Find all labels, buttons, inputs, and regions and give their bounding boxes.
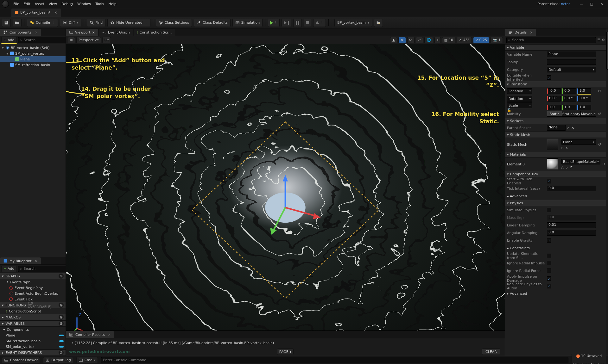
window-minimize-icon[interactable]: —: [577, 1, 586, 7]
update-kinematic-checkbox[interactable]: [547, 254, 551, 258]
play-button[interactable]: ⋮: [268, 19, 280, 27]
scale-mode-select[interactable]: Scale▾: [507, 102, 532, 108]
linear-damping-input[interactable]: 0.01: [547, 222, 596, 228]
close-icon[interactable]: ×: [35, 30, 38, 34]
add-icon[interactable]: ⊕: [59, 315, 64, 320]
section-variables[interactable]: ▾VARIABLES⊕: [0, 320, 66, 327]
replicate-physics-checkbox[interactable]: [547, 284, 551, 288]
details-scrollbar[interactable]: [606, 28, 608, 356]
select-mode-button[interactable]: ▲: [390, 37, 397, 43]
mobility-selector[interactable]: Static Stationary Movable: [547, 111, 596, 117]
perspective-button[interactable]: Perspective: [76, 37, 101, 43]
pause-button[interactable]: [293, 19, 302, 27]
add-icon[interactable]: ⊕: [59, 350, 64, 355]
frame-advance-button[interactable]: [304, 19, 311, 27]
parent-class-link[interactable]: Actor: [561, 2, 570, 6]
scale-mode-button[interactable]: ⤢: [416, 37, 423, 43]
component-row-polar-vortex[interactable]: ▾SM_polar_vortex: [0, 51, 66, 56]
debug-object-selector[interactable]: BP_vortex_basin▾: [334, 19, 372, 27]
ignore-radial-impulse-checkbox[interactable]: [547, 261, 551, 265]
close-icon[interactable]: ×: [35, 259, 38, 263]
category-select[interactable]: Default▾: [547, 67, 596, 72]
tab-viewport[interactable]: Viewport×: [66, 29, 98, 36]
graph-eventgraph[interactable]: ∷EventGraph: [0, 279, 66, 285]
reset-icon[interactable]: ↺: [570, 165, 573, 170]
menu-file[interactable]: File: [13, 2, 19, 6]
material-select[interactable]: BasicShapeMaterial▾: [561, 159, 600, 164]
details-search-input[interactable]: [511, 38, 594, 42]
menu-debug[interactable]: Debug: [61, 2, 73, 6]
menu-view[interactable]: View: [49, 2, 57, 6]
angle-snap-value[interactable]: ∠ 45°: [457, 37, 472, 43]
menu-help[interactable]: Help: [109, 2, 117, 6]
world-local-toggle[interactable]: 🌐: [424, 37, 433, 43]
clear-button[interactable]: CLEAR: [482, 349, 500, 355]
hide-unrelated-button[interactable]: Hide Unrelated⋮: [107, 19, 150, 27]
scale-z-input[interactable]: 1.0: [577, 105, 591, 110]
compiler-results-tab[interactable]: Compiler Results×: [66, 331, 114, 338]
section-functions[interactable]: ▾FUNCTIONS(19 OVERRIDABLE)⊕: [0, 302, 66, 308]
components-search[interactable]: ⌕: [18, 37, 72, 43]
event-tick[interactable]: Event Tick: [0, 296, 66, 302]
window-close-icon[interactable]: ✕: [597, 1, 606, 7]
group-transform[interactable]: ▾Transform: [505, 81, 606, 87]
location-z-input[interactable]: 5.0: [577, 88, 591, 94]
editable-checkbox[interactable]: [547, 75, 551, 80]
my-blueprint-search[interactable]: ⌕: [18, 266, 72, 272]
tick-interval-input[interactable]: 0.0: [547, 186, 596, 191]
window-maximize-icon[interactable]: ▢: [587, 1, 596, 7]
mobility-movable[interactable]: Movable: [581, 111, 596, 117]
event-beginplay[interactable]: Event BeginPlay: [0, 285, 66, 291]
scale-x-input[interactable]: 1.0: [547, 105, 561, 110]
asset-tab[interactable]: BP_vortex_basin* ×: [11, 9, 61, 17]
reset-icon[interactable]: ↺: [602, 162, 606, 166]
mobility-stationary[interactable]: Stationary: [562, 111, 581, 117]
use-selected-icon[interactable]: ⎌: [561, 146, 564, 150]
my-blueprint-search-input[interactable]: [23, 266, 70, 271]
use-selected-icon[interactable]: ⎌: [561, 165, 564, 170]
scrollbar-thumb[interactable]: [606, 32, 608, 70]
close-icon[interactable]: ×: [530, 30, 533, 34]
browse-button[interactable]: [13, 19, 22, 27]
close-icon[interactable]: ×: [108, 333, 111, 337]
apply-impulse-checkbox[interactable]: [547, 276, 551, 281]
start-tick-checkbox[interactable]: [547, 179, 551, 183]
tab-construction[interactable]: ƒConstruction Scr…: [134, 29, 175, 36]
camera-speed-value[interactable]: 📷 1: [491, 37, 503, 43]
mesh-thumbnail[interactable]: [547, 139, 558, 150]
component-tick-advanced[interactable]: ▸ Advanced: [505, 192, 606, 200]
menu-asset[interactable]: Asset: [35, 2, 44, 6]
page-dropdown[interactable]: PAGE ▾: [277, 349, 294, 355]
stop-button[interactable]: ⋮: [313, 19, 326, 27]
rotation-x-input[interactable]: 0.0 °: [547, 96, 561, 102]
section-macros[interactable]: ▸MACROS⊕: [0, 314, 66, 320]
add-icon[interactable]: ⊕: [59, 303, 64, 308]
enable-gravity-checkbox[interactable]: [547, 238, 551, 243]
filter-icon[interactable]: ☰: [597, 38, 600, 42]
group-static-mesh[interactable]: ▾Static Mesh: [505, 132, 606, 138]
parent-socket-input[interactable]: None: [547, 125, 566, 131]
gear-icon[interactable]: ⚙: [602, 38, 605, 42]
close-icon[interactable]: ×: [92, 30, 95, 34]
variable-plane[interactable]: Plane: [0, 332, 66, 338]
reset-icon[interactable]: ↺: [598, 142, 604, 147]
find-button[interactable]: Find: [87, 19, 106, 27]
compile-button[interactable]: Compile⋮: [27, 19, 58, 27]
browse-to-icon[interactable]: ⌕: [566, 146, 568, 150]
simulation-button[interactable]: Simulation: [232, 19, 263, 27]
locate-debug-button[interactable]: [374, 19, 383, 27]
diff-button[interactable]: Diff▾: [60, 19, 81, 27]
rotation-y-input[interactable]: 0.0 °: [562, 96, 576, 102]
physics-advanced[interactable]: ▸ Advanced: [505, 290, 606, 297]
variable-name-input[interactable]: Plane: [547, 52, 596, 57]
location-y-input[interactable]: 0.0: [562, 88, 576, 94]
viewport-options-button[interactable]: ≡: [68, 37, 75, 43]
component-row-self[interactable]: ▾BP_vortex_basin (Self): [0, 45, 66, 51]
group-variable[interactable]: ▾Variable: [505, 44, 606, 51]
rotation-z-input[interactable]: 0.0 °: [577, 96, 591, 102]
grid-snap-value[interactable]: ▦ 10: [442, 37, 455, 43]
angular-damping-input[interactable]: 0.0: [547, 230, 596, 236]
event-actorbeginoverlap[interactable]: Event ActorBeginOverlap: [0, 291, 66, 296]
output-log-button[interactable]: Output Log: [43, 357, 73, 363]
cmd-selector[interactable]: Cmd▾: [76, 357, 98, 363]
